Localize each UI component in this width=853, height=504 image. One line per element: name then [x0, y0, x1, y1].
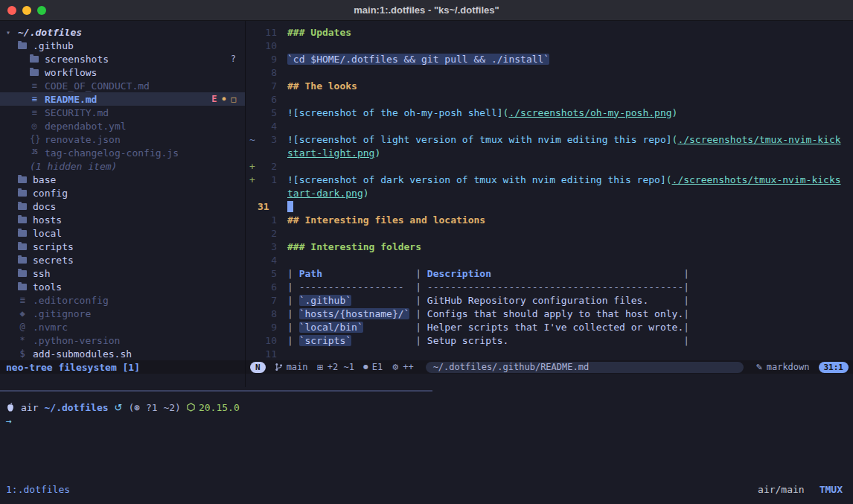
- editor-line[interactable]: 6| ------------------ | ----------------…: [246, 280, 853, 293]
- tree-item-tag-changelog-config-js[interactable]: JStag-changelog-config.js: [0, 146, 245, 159]
- tmux-statusbar-right: air/main TMUX: [758, 484, 843, 495]
- prompt-path: ~/.dotfiles: [44, 402, 108, 413]
- line-number: 1: [258, 214, 277, 226]
- line-number: 7: [258, 80, 277, 92]
- tree-item-label: tag-changelog-config.js: [45, 147, 179, 159]
- tree-item-dotfiles[interactable]: ▾~/.dotfiles: [0, 25, 245, 39]
- tree-item-editorconfig[interactable]: ≣.editorconfig: [0, 293, 245, 307]
- line-number: 6: [258, 281, 277, 293]
- expander-icon[interactable]: ▾: [6, 28, 18, 36]
- editor-line[interactable]: 31: [246, 200, 853, 213]
- tree-item-secrets[interactable]: secrets: [0, 253, 245, 267]
- line-number: 2: [258, 228, 277, 239]
- diagnostics: ● E1: [363, 362, 383, 372]
- line-number: 4: [258, 121, 277, 132]
- tree-item-python-version[interactable]: *.python-version: [0, 334, 245, 347]
- tree-item-label: SECURITY.md: [45, 107, 109, 118]
- editor-line[interactable]: 8: [246, 66, 853, 79]
- tree-item-docs[interactable]: docs: [0, 200, 245, 213]
- cmdline: [246, 374, 853, 387]
- tree-item-hosts[interactable]: hosts: [0, 213, 245, 226]
- editor-line[interactable]: 9`cd $HOME/.dotfiles && git pull && ./in…: [246, 52, 853, 66]
- line-text: | `local/bin` | Helper scripts that I've…: [277, 322, 689, 333]
- prompt-arrow[interactable]: →: [6, 414, 853, 427]
- tree-item-ssh[interactable]: ssh: [0, 267, 245, 280]
- tree-item-screenshots[interactable]: screenshots?: [0, 52, 245, 66]
- node-version: 20.15.0: [199, 402, 240, 413]
- line-number: 10: [258, 40, 277, 51]
- git-branch: main: [275, 362, 308, 372]
- editor-line[interactable]: 9| `local/bin` | Helper scripts that I'v…: [246, 320, 853, 334]
- tree-item-scripts[interactable]: scripts: [0, 240, 245, 253]
- tree-item-github[interactable]: .github: [0, 39, 245, 52]
- tree-item-nvmrc[interactable]: @.nvmrc: [0, 320, 245, 334]
- line-number: 11: [258, 348, 277, 360]
- line-number: 10: [258, 335, 277, 346]
- editor-line[interactable]: ~3![screenshot of light version of tmux …: [246, 133, 853, 146]
- editor-line[interactable]: +2: [246, 159, 853, 173]
- zoom-button[interactable]: [37, 6, 46, 15]
- tree-item-1-hidden-item[interactable]: (1 hidden item): [0, 159, 245, 173]
- editor-line[interactable]: 4: [246, 119, 853, 133]
- tree-item-base[interactable]: base: [0, 173, 245, 186]
- error-count: E1: [372, 362, 383, 372]
- terminal-window: main:1:.dotfiles - "ks~/.dotfiles" ▾~/.d…: [0, 0, 853, 504]
- tree-item-add-submodules-sh[interactable]: $add-submodules.sh: [0, 347, 245, 360]
- editor-line[interactable]: 3### Interesting folders: [246, 240, 853, 253]
- tree-item-local[interactable]: local: [0, 226, 245, 240]
- tree-item-tools[interactable]: tools: [0, 280, 245, 293]
- line-text: ![screenshot of dark version of tmux wit…: [277, 174, 841, 185]
- editor-line[interactable]: 10: [246, 39, 853, 52]
- editor-line[interactable]: +1![screenshot of dark version of tmux w…: [246, 173, 853, 186]
- editor-line[interactable]: 4: [246, 253, 853, 267]
- line-text: tart-dark.png): [277, 188, 369, 199]
- tree-item-code-of-conduct-md[interactable]: ≡CODE_OF_CONDUCT.md: [0, 79, 245, 92]
- minimize-button[interactable]: [22, 6, 31, 15]
- status-x-unt: ?: [231, 54, 236, 63]
- editor-line[interactable]: 11: [246, 347, 853, 360]
- file-icon: ≡: [30, 95, 39, 103]
- tree-item-label: ~/.dotfiles: [18, 27, 82, 38]
- editor-line[interactable]: 11### Updates: [246, 25, 853, 39]
- tmux-badge: TMUX: [820, 484, 843, 495]
- tree-item-label: config: [33, 188, 68, 199]
- line-text: ### Interesting folders: [277, 241, 421, 252]
- tree-item-readme-md[interactable]: ≡README.mdE●□: [0, 92, 245, 106]
- tree-item-dependabot-yml[interactable]: ◎dependabot.yml: [0, 119, 245, 133]
- tree-item-config[interactable]: config: [0, 186, 245, 200]
- tree-item-workflows[interactable]: workflows: [0, 66, 245, 79]
- editor-line[interactable]: start-light.png): [246, 146, 853, 159]
- editor-line[interactable]: 10| `scripts` | Setup scripts. |: [246, 334, 853, 347]
- line-text: | `scripts` | Setup scripts. |: [277, 335, 689, 346]
- editor-line[interactable]: 5| Path | Description |: [246, 267, 853, 280]
- lsp-status: ⚙ ++: [392, 362, 413, 372]
- node-version-segment: 20.15.0: [187, 402, 240, 413]
- tree-item-label: CODE_OF_CONDUCT.md: [45, 80, 150, 92]
- folder-icon: [18, 190, 27, 197]
- line-number: 3: [258, 134, 277, 145]
- editor-buffer[interactable]: 11### Updates109`cd $HOME/.dotfiles && g…: [246, 21, 853, 360]
- tree-item-security-md[interactable]: ≡SECURITY.md: [0, 106, 245, 119]
- editor-line[interactable]: 7## The looks: [246, 79, 853, 92]
- line-text: | Path | Description |: [277, 268, 689, 279]
- gear-icon: ⚙: [392, 363, 399, 371]
- error-icon: ●: [363, 364, 368, 370]
- editor-line[interactable]: 8| `hosts/{hostname}/` | Configs that sh…: [246, 307, 853, 320]
- tree-item-renovate-json[interactable]: {}renovate.json: [0, 133, 245, 146]
- file-icon: ≣: [18, 296, 27, 304]
- editor-line[interactable]: 7| `.github` | GitHub Repository configu…: [246, 293, 853, 307]
- shell-pane[interactable]: air ~/.dotfiles ↺ (⊛ ?1 ~2) 20.15.0 →: [0, 392, 853, 427]
- nvim-pane: ▾~/.dotfiles.githubscreenshots?workflows…: [0, 21, 853, 387]
- editor-line[interactable]: 2: [246, 226, 853, 240]
- tree-item-label: README.md: [45, 94, 97, 105]
- editor-line[interactable]: tart-dark.png): [246, 186, 853, 200]
- tree-item-gitignore[interactable]: ◆.gitignore: [0, 307, 245, 320]
- tmux-window-tab[interactable]: 1:.dotfiles: [6, 484, 70, 495]
- editor-line[interactable]: 5![screenshot of the oh-my-posh shell](.…: [246, 106, 853, 119]
- statusline: N main ⊞ +2 ~1 ● E1 ⚙ ++ ~/.dotfiles/.g: [246, 360, 853, 374]
- line-number: 4: [258, 255, 277, 266]
- node-hexagon-icon: [187, 403, 195, 412]
- editor-line[interactable]: 6: [246, 92, 853, 106]
- close-button[interactable]: [7, 6, 16, 15]
- editor-line[interactable]: 1## Interesting files and locations: [246, 213, 853, 226]
